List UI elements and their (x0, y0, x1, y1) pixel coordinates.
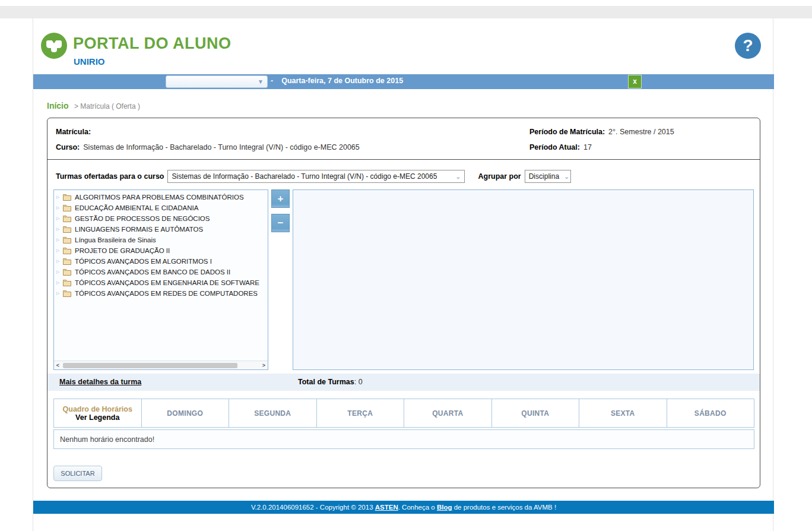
folder-icon (62, 279, 72, 287)
footer-bar: V.2.0.201406091652 - Copyright © 2013 AS… (33, 501, 774, 514)
group-by-select[interactable]: Disciplina ⌄ (525, 170, 571, 183)
matricula-label: Matrícula: (56, 128, 91, 136)
breadcrumb: Início > Matrícula ( Oferta ) (47, 101, 140, 110)
tree-item[interactable]: ▷ GESTÃO DE PROCESSOS DE NEGÓCIOS (56, 213, 267, 224)
day-header-label: TERÇA (347, 409, 373, 418)
chevron-down-icon: ⌄ (455, 173, 461, 181)
empty-message: Nenhum horário encontrado! (60, 435, 154, 444)
course-tree: ▷ ALGORITMOS PARA PROBLEMAS COMBINATÓRIO… (56, 192, 267, 299)
tree-horizontal-scrollbar[interactable]: < > (54, 361, 268, 369)
current-date: -Quarta-feira, 7 de Outubro de 2015 (271, 77, 403, 85)
asten-link[interactable]: ASTEN (375, 504, 398, 511)
periodo-matricula-label: Período de Matrícula: (529, 128, 605, 136)
solicitar-button[interactable]: SOLICITAR (53, 466, 102, 481)
day-header-cell: TERÇA (317, 399, 405, 428)
breadcrumb-home-link[interactable]: Início (47, 101, 69, 110)
details-row: Mais detalhes da turma Total de Turmas: … (47, 374, 760, 391)
expand-arrow-icon[interactable]: ▷ (56, 227, 62, 232)
chevron-down-icon: ▼ (258, 78, 267, 85)
expand-arrow-icon[interactable]: ▷ (56, 206, 62, 210)
tree-item-label: PROJETO DE GRADUAÇÃO II (75, 247, 170, 254)
day-header-label: QUARTA (432, 409, 463, 418)
selected-courses-panel (293, 189, 754, 370)
expand-arrow-icon[interactable]: ▷ (56, 291, 62, 296)
tree-item[interactable]: ▷ TÓPICOS AVANÇADOS EM ENGENHARIA DE SOF… (56, 277, 267, 288)
curso-row: Curso:Sistemas de Informação - Bacharela… (56, 143, 360, 151)
view-legend-link[interactable]: Ver Legenda (75, 413, 119, 422)
tree-item-label: TÓPICOS AVANÇADOS EM REDES DE COMPUTADOR… (75, 290, 258, 297)
tree-item-label: GESTÃO DE PROCESSOS DE NEGÓCIOS (75, 215, 210, 222)
unirio-logo-icon (41, 33, 67, 59)
total-turmas-label: Total de Turmas (298, 378, 354, 386)
tree-item[interactable]: ▷ TÓPICOS AVANÇADOS EM BANCO DE DADOS II (56, 267, 267, 277)
turmas-label: Turmas ofertadas para o curso (56, 172, 164, 181)
group-by-select-value: Disciplina (529, 172, 559, 181)
day-header-label: SEGUNDA (254, 409, 291, 418)
expand-arrow-icon[interactable]: ▷ (56, 238, 62, 242)
day-header-cell: SEXTA (579, 399, 667, 428)
tree-item[interactable]: ▷ TÓPICOS AVANÇADOS EM ALGORITMOS I (56, 256, 267, 267)
available-courses-panel: ▷ ALGORITMOS PARA PROBLEMAS COMBINATÓRIO… (53, 189, 268, 370)
add-course-button[interactable]: + (271, 189, 290, 208)
help-icon[interactable]: ? (735, 33, 761, 59)
scroll-right-arrow-icon[interactable]: > (260, 362, 268, 368)
close-session-button[interactable]: x (628, 75, 642, 88)
folder-icon (62, 246, 72, 255)
tree-item[interactable]: ▷ PROJETO DE GRADUAÇÃO II (56, 245, 267, 256)
screen: PORTAL DO ALUNO UNIRIO ? ▼ -Quarta-feira… (0, 0, 812, 531)
institution-name: UNIRIO (74, 56, 105, 67)
total-turmas-value: 0 (359, 378, 363, 386)
tree-item[interactable]: ▷ LINGUAGENS FORMAIS E AUTÔMATOS (56, 224, 267, 235)
tree-item-label: ALGORITMOS PARA PROBLEMAS COMBINATÓRIOS (75, 194, 244, 201)
course-select[interactable]: Sistemas de Informação - Bacharelado - T… (167, 170, 465, 183)
matricula-row: Matrícula: (56, 128, 94, 136)
tree-item[interactable]: ▷ TÓPICOS AVANÇADOS EM REDES DE COMPUTAD… (56, 288, 267, 299)
tree-item-label: LINGUAGENS FORMAIS E AUTÔMATOS (75, 226, 203, 233)
folder-icon (62, 225, 72, 233)
folder-icon (62, 236, 72, 244)
scroll-left-arrow-icon[interactable]: < (54, 362, 62, 368)
expand-arrow-icon[interactable]: ▷ (56, 259, 62, 264)
transfer-buttons: + − (271, 189, 290, 238)
day-header-cell: DOMINGO (142, 399, 230, 428)
scrollbar-thumb[interactable] (63, 363, 237, 368)
tree-item[interactable]: ▷ Língua Brasileira de Sinais (56, 235, 267, 245)
more-details-link[interactable]: Mais detalhes da turma (59, 378, 141, 386)
blog-link[interactable]: Blog (437, 504, 452, 511)
session-bar: ▼ -Quarta-feira, 7 de Outubro de 2015 x (33, 74, 774, 89)
expand-arrow-icon[interactable]: ▷ (56, 195, 62, 200)
student-info-section: Matrícula: Curso:Sistemas de Informação … (47, 118, 760, 160)
chevron-down-icon: ⌄ (564, 173, 569, 181)
course-select-value: Sistemas de Informação - Bacharelado - T… (172, 172, 437, 181)
periodo-matricula-row: Período de Matrícula:2°. Semestre / 2015 (529, 128, 674, 136)
expand-arrow-icon[interactable]: ▷ (56, 216, 62, 221)
day-header-label: DOMINGO (167, 409, 203, 418)
periodo-atual-row: Período Atual:17 (529, 143, 592, 151)
expand-arrow-icon[interactable]: ▷ (56, 280, 62, 285)
remove-course-button[interactable]: − (271, 214, 290, 232)
day-header-label: QUINTA (521, 409, 549, 418)
schedule-title: Quadro de Horários (63, 405, 132, 413)
schedule-empty-row: Nenhum horário encontrado! (53, 429, 754, 449)
offer-filter-row: Turmas ofertadas para o curso Sistemas d… (56, 170, 571, 183)
folder-icon (62, 257, 72, 266)
tree-item-label: TÓPICOS AVANÇADOS EM BANCO DE DADOS II (75, 268, 230, 276)
day-header-cell: QUARTA (404, 399, 492, 428)
footer-version-text: V.2.0.201406091652 - Copyright © 2013 (251, 504, 375, 511)
total-turmas: Total de Turmas: 0 (298, 378, 363, 386)
tree-item[interactable]: ▷ ALGORITMOS PARA PROBLEMAS COMBINATÓRIO… (56, 192, 267, 203)
day-header-cell: SÁBADO (667, 399, 755, 428)
expand-arrow-icon[interactable]: ▷ (56, 248, 62, 253)
folder-icon (62, 289, 72, 298)
tree-item[interactable]: ▷ EDUCAÇÃO AMBIENTAL E CIDADANIA (56, 203, 267, 213)
scrollbar-track[interactable] (62, 362, 260, 369)
page-title: PORTAL DO ALUNO (73, 34, 231, 53)
date-dash: - (271, 77, 273, 85)
expand-arrow-icon[interactable]: ▷ (56, 270, 62, 274)
folder-icon (62, 214, 72, 223)
session-select[interactable]: ▼ (166, 75, 268, 88)
breadcrumb-current: Matrícula ( Oferta ) (80, 102, 140, 110)
tree-item-label: TÓPICOS AVANÇADOS EM ENGENHARIA DE SOFTW… (75, 279, 259, 286)
folder-icon (62, 268, 72, 276)
tree-item-label: EDUCAÇÃO AMBIENTAL E CIDADANIA (75, 204, 198, 211)
